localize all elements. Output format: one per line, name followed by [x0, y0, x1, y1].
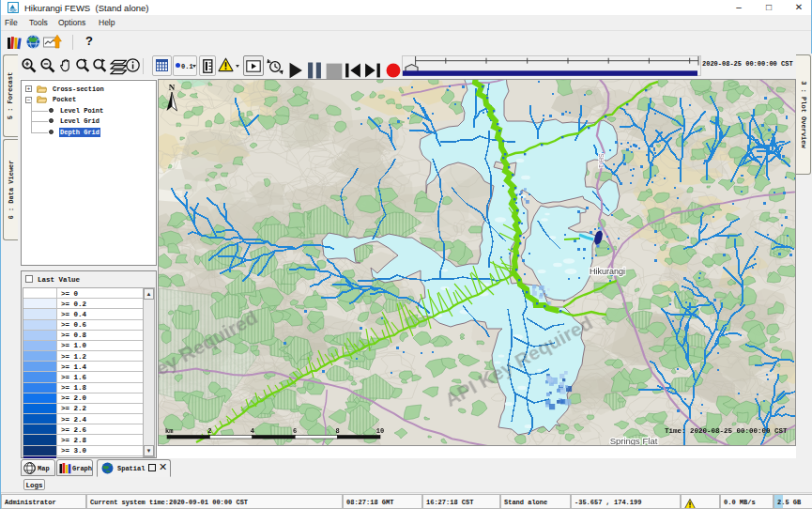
timeline-slider[interactable] — [400, 54, 707, 79]
info-icon[interactable] — [125, 57, 142, 74]
last-value-row[interactable]: Last Value — [25, 275, 80, 284]
tree-connector — [31, 132, 48, 133]
close-button[interactable]: ✕ — [785, 0, 812, 15]
tab-maximize-icon[interactable] — [148, 464, 156, 471]
tree-connector — [31, 121, 32, 132]
menu-help[interactable]: Help — [99, 18, 115, 27]
scroll-down-icon[interactable]: ▼ — [144, 445, 154, 456]
legend-color-swatch — [23, 362, 57, 371]
status-bar: AdministratorCurrent system time:2020-09… — [1, 492, 812, 509]
map-view[interactable]: API Key Required API Key Required Hikura… — [158, 79, 796, 446]
logs-button[interactable]: Logs — [23, 479, 45, 490]
help-icon[interactable]: ? — [85, 34, 93, 48]
map-display-icon[interactable] — [26, 35, 40, 49]
legend-row-label: >= 1.4 — [61, 363, 86, 371]
pan-hand-icon[interactable] — [57, 57, 74, 74]
tab-close-icon[interactable]: ✕ — [159, 461, 167, 473]
legend-row[interactable]: >= 2.8 — [23, 435, 143, 445]
left-tab-strip: 5 : Forecast 6 : Data Viewer — [1, 54, 20, 492]
tab-map[interactable]: Map — [21, 459, 55, 476]
legend-scrollbar[interactable]: ▲ ▼ — [143, 287, 155, 457]
step-back-icon[interactable] — [345, 62, 361, 79]
toolbar-separator — [143, 58, 144, 74]
legend-row[interactable]: >= 3.0 — [23, 446, 143, 456]
legend-row[interactable]: >= 2.2 — [23, 404, 143, 414]
scale-tick-label: 8 — [335, 427, 339, 435]
side-tab-forecast[interactable]: 5 : Forecast — [3, 54, 18, 137]
legend-row[interactable]: >= 2.6 — [23, 424, 143, 435]
tree-node-level-point[interactable]: Level Point — [23, 105, 154, 116]
legend-row[interactable]: >= 1.4 — [23, 362, 143, 372]
layer-tree-panel: + Cross-section − Pocket — [21, 80, 157, 266]
legend-color-swatch — [23, 288, 57, 298]
legend-row[interactable]: >= 1.0 — [23, 341, 143, 351]
scale-tick-label: 2 — [207, 427, 211, 435]
bullet-icon — [49, 130, 54, 134]
app-window: Hikurangi FEWS (Stand alone) – □ ✕ File … — [0, 0, 812, 509]
minimize-button[interactable]: – — [725, 0, 753, 15]
legend-row[interactable]: >= 0.6 — [23, 320, 143, 331]
time-settings-icon[interactable] — [267, 58, 283, 75]
import-data-icon[interactable] — [43, 34, 62, 52]
locality-label: Springs Flat — [610, 436, 658, 445]
layer-tree: + Cross-section − Pocket — [23, 84, 154, 138]
play-icon[interactable] — [287, 62, 304, 79]
scroll-up-icon[interactable]: ▲ — [144, 288, 154, 300]
explorer-icon[interactable] — [7, 35, 23, 51]
profile-view-button[interactable] — [199, 55, 216, 76]
tab-graph[interactable]: Graph — [56, 459, 93, 476]
zoom-in-icon[interactable] — [21, 57, 38, 74]
maximize-button[interactable]: □ — [755, 0, 783, 15]
status-text: Current system time:2020-09-01 00:00 CST — [90, 499, 248, 506]
legend-color-swatch — [23, 446, 57, 455]
tab-spatial[interactable]: Spatial ✕ — [97, 459, 171, 477]
legend-row[interactable]: >= 0.4 — [23, 309, 143, 319]
scale-unit-label: km — [165, 427, 173, 435]
status-cell-alerts — [681, 494, 720, 509]
side-tab-plot-overview[interactable]: 3 : Plot Overview — [796, 54, 811, 175]
map-canvas[interactable]: API Key Required API Key Required Hikura… — [159, 80, 795, 445]
contour-threshold-dropdown[interactable]: 0.1 — [173, 55, 197, 76]
legend-row[interactable]: >= 1.2 — [23, 351, 143, 362]
status-cell-memory[interactable]: 2.5 GB — [774, 494, 812, 509]
menu-options[interactable]: Options — [58, 18, 85, 27]
step-forward-icon[interactable] — [364, 62, 381, 79]
status-cell-system-time: Current system time:2020-09-01 00:00 CST — [86, 494, 343, 509]
animation-player-button[interactable] — [243, 55, 264, 76]
side-tab-data-viewer[interactable]: 6 : Data Viewer — [3, 139, 18, 240]
legend-color-swatch — [23, 372, 57, 381]
window-title: Hikurangi FEWS (Stand alone) — [24, 3, 149, 13]
legend-row[interactable]: >= 1.8 — [23, 383, 143, 393]
legend-row[interactable]: >= 0 — [23, 288, 143, 299]
zoom-out-icon[interactable] — [39, 57, 56, 74]
main-toolbar: ? — [1, 31, 811, 54]
legend-row-label: >= 2.2 — [61, 405, 86, 412]
folder-icon — [37, 85, 47, 93]
legend-row[interactable]: >= 2.0 — [23, 393, 143, 404]
legend-color-swatch — [23, 414, 57, 424]
menu-file[interactable]: File — [5, 18, 18, 27]
grid-display-button[interactable] — [152, 55, 172, 76]
tree-node-cross-section[interactable]: + Cross-section — [23, 84, 154, 95]
zoom-next-icon[interactable] — [92, 57, 109, 74]
menu-tools[interactable]: Tools — [29, 18, 48, 27]
status-text: -35.657 , 174.199 — [575, 499, 641, 506]
stop-icon[interactable] — [326, 63, 343, 80]
expand-icon[interactable]: + — [25, 85, 32, 92]
legend-row-label: >= 1.0 — [61, 342, 86, 349]
tree-node-level-grid[interactable]: Level Grid — [23, 116, 154, 128]
legend-row[interactable]: >= 2.4 — [23, 414, 143, 424]
legend-row[interactable]: >= 0.8 — [23, 331, 143, 341]
pause-icon[interactable] — [306, 62, 323, 79]
legend-row[interactable]: >= 1.6 — [23, 372, 143, 382]
thresholds-dropdown-button[interactable] — [218, 55, 240, 76]
zoom-previous-icon[interactable] — [74, 57, 91, 74]
tree-node-pocket[interactable]: − Pocket — [23, 95, 154, 106]
legend-row-label: >= 0.8 — [61, 332, 86, 339]
last-value-checkbox[interactable] — [25, 275, 33, 283]
contour-value: 0.1 — [181, 63, 193, 70]
legend-row[interactable]: >= 0.2 — [23, 299, 143, 309]
contour-dot-icon — [176, 63, 180, 68]
tree-connector — [31, 111, 32, 122]
tree-node-depth-grid[interactable]: Depth Grid — [23, 127, 154, 138]
